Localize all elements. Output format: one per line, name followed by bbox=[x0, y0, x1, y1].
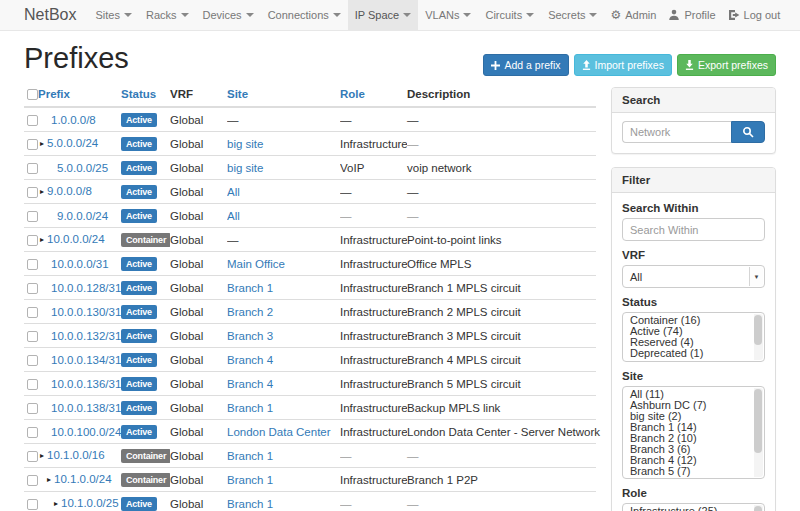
prefix-link[interactable]: 10.0.0.128/31 bbox=[51, 282, 121, 294]
row-checkbox[interactable] bbox=[27, 163, 38, 174]
status-listbox[interactable]: Container (16) Active (74) Reserved (4) … bbox=[622, 312, 765, 362]
prefix-link[interactable]: 10.0.100.0/24 bbox=[51, 426, 121, 438]
site-link[interactable]: big site bbox=[227, 138, 263, 150]
search-within-input[interactable] bbox=[622, 218, 765, 241]
column-header-role[interactable]: Role bbox=[340, 82, 407, 107]
nav-item-admin[interactable]: ⚙Admin bbox=[604, 0, 662, 30]
column-header-site[interactable]: Site bbox=[227, 82, 340, 107]
vrf-select[interactable]: All ▼ bbox=[622, 265, 765, 288]
nav-item-devices[interactable]: Devices bbox=[196, 0, 261, 30]
prefix-link[interactable]: 10.0.0.132/31 bbox=[51, 330, 121, 342]
row-checkbox[interactable] bbox=[27, 139, 38, 150]
site-option[interactable]: COLO-1-CA (0) bbox=[623, 477, 764, 479]
add-prefix-button[interactable]: Add a prefix bbox=[483, 54, 568, 76]
site-link[interactable]: Branch 1 bbox=[227, 474, 273, 486]
nav-item-connections[interactable]: Connections bbox=[261, 0, 348, 30]
row-checkbox[interactable] bbox=[27, 355, 38, 366]
status-option[interactable]: Reserved (4) bbox=[623, 337, 764, 348]
site-link[interactable]: Branch 2 bbox=[227, 306, 273, 318]
site-option[interactable]: big site (2) bbox=[623, 411, 764, 422]
scrollbar-track[interactable] bbox=[754, 388, 763, 477]
nav-item-sites[interactable]: Sites bbox=[88, 0, 138, 30]
row-checkbox[interactable] bbox=[27, 427, 38, 438]
row-checkbox[interactable] bbox=[27, 211, 38, 222]
prefix-link[interactable]: 9.0.0.0/24 bbox=[57, 210, 108, 222]
select-all-checkbox[interactable] bbox=[27, 89, 38, 100]
site-link[interactable]: Branch 1 bbox=[227, 402, 273, 414]
column-header-status[interactable]: Status bbox=[121, 82, 170, 107]
site-option[interactable]: All (11) bbox=[623, 389, 764, 400]
site-option[interactable]: Branch 5 (7) bbox=[623, 466, 764, 477]
prefix-link[interactable]: 10.0.0.138/31 bbox=[51, 402, 121, 414]
row-checkbox[interactable] bbox=[27, 475, 38, 486]
scrollbar-thumb[interactable] bbox=[754, 506, 762, 511]
prefix-link[interactable]: 10.0.0.0/31 bbox=[51, 258, 109, 270]
row-checkbox[interactable] bbox=[27, 379, 38, 390]
caret-down-icon bbox=[246, 13, 254, 17]
site-option[interactable]: Branch 1 (14) bbox=[623, 422, 764, 433]
row-checkbox[interactable] bbox=[27, 403, 38, 414]
prefix-link[interactable]: 10.0.0.0/24 bbox=[47, 233, 105, 245]
site-listbox[interactable]: All (11) Ashburn DC (7) big site (2) Bra… bbox=[622, 386, 765, 479]
status-option[interactable]: Deprecated (1) bbox=[623, 348, 764, 359]
nav-item-vlans[interactable]: VLANs bbox=[418, 0, 478, 30]
row-checkbox[interactable] bbox=[27, 499, 38, 510]
site-option[interactable]: Branch 2 (10) bbox=[623, 433, 764, 444]
site-link[interactable]: Branch 4 bbox=[227, 378, 273, 390]
prefix-link[interactable]: 10.1.0.0/25 bbox=[61, 497, 119, 509]
prefix-link[interactable]: 10.0.0.134/31 bbox=[51, 354, 121, 366]
status-option[interactable]: Container (16) bbox=[623, 315, 764, 326]
search-input[interactable] bbox=[622, 121, 731, 143]
prefix-link[interactable]: 9.0.0.0/8 bbox=[47, 185, 92, 197]
role-listbox[interactable]: Infrastructure (25) Management (8) Priva… bbox=[622, 503, 765, 511]
row-checkbox[interactable] bbox=[27, 283, 38, 294]
site-link[interactable]: London Data Center bbox=[227, 426, 331, 438]
site-option[interactable]: Branch 4 (12) bbox=[623, 455, 764, 466]
site-link[interactable]: Branch 1 bbox=[227, 282, 273, 294]
role-option[interactable]: Infrastructure (25) bbox=[623, 506, 764, 511]
site-link[interactable]: All bbox=[227, 210, 240, 222]
search-panel: Search bbox=[611, 87, 776, 154]
scrollbar-track[interactable] bbox=[754, 314, 763, 360]
prefix-link[interactable]: 1.0.0.0/8 bbox=[51, 114, 96, 126]
status-badge: Container bbox=[121, 233, 170, 247]
brand-link[interactable]: NetBox bbox=[24, 0, 76, 30]
site-link[interactable]: Branch 1 bbox=[227, 450, 273, 462]
site-link[interactable]: Branch 4 bbox=[227, 354, 273, 366]
nav-item-racks[interactable]: Racks bbox=[139, 0, 196, 30]
prefix-link[interactable]: 10.0.0.130/31 bbox=[51, 306, 121, 318]
site-link[interactable]: Main Office bbox=[227, 258, 285, 270]
nav-item-ip-space[interactable]: IP Space bbox=[348, 0, 418, 30]
row-checkbox[interactable] bbox=[27, 307, 38, 318]
prefix-link[interactable]: 10.0.0.136/31 bbox=[51, 378, 121, 390]
scrollbar-thumb[interactable] bbox=[754, 389, 762, 453]
prefix-link[interactable]: 10.1.0.0/16 bbox=[47, 449, 105, 461]
site-link[interactable]: All bbox=[227, 186, 240, 198]
prefix-link[interactable]: 5.0.0.0/25 bbox=[57, 162, 108, 174]
export-prefixes-button[interactable]: Export prefixes bbox=[677, 54, 776, 76]
nav-item-logout[interactable]: Log out bbox=[722, 0, 787, 30]
nav-item-profile[interactable]: Profile bbox=[662, 0, 721, 30]
nav-item-secrets[interactable]: Secrets bbox=[541, 0, 604, 30]
prefix-link[interactable]: 5.0.0.0/24 bbox=[47, 137, 98, 149]
row-checkbox[interactable] bbox=[27, 115, 38, 126]
site-link[interactable]: Branch 1 bbox=[227, 498, 273, 510]
site-link[interactable]: Branch 3 bbox=[227, 330, 273, 342]
site-option[interactable]: Branch 3 (6) bbox=[623, 444, 764, 455]
row-checkbox[interactable] bbox=[27, 235, 38, 246]
row-checkbox[interactable] bbox=[27, 331, 38, 342]
scrollbar-track[interactable] bbox=[754, 505, 763, 511]
search-button[interactable] bbox=[731, 121, 765, 143]
row-checkbox[interactable] bbox=[27, 451, 38, 462]
import-prefixes-button[interactable]: Import prefixes bbox=[574, 54, 672, 76]
prefix-link[interactable]: 10.1.0.0/24 bbox=[54, 473, 112, 485]
site-link[interactable]: big site bbox=[227, 162, 263, 174]
scrollbar-thumb[interactable] bbox=[754, 315, 762, 345]
row-checkbox[interactable] bbox=[27, 187, 38, 198]
nav-item-circuits[interactable]: Circuits bbox=[478, 0, 541, 30]
row-checkbox[interactable] bbox=[27, 259, 38, 270]
site-option[interactable]: Ashburn DC (7) bbox=[623, 400, 764, 411]
status-option[interactable]: Active (74) bbox=[623, 326, 764, 337]
table-header-row: Prefix Status VRF Site Role Description bbox=[24, 82, 596, 107]
column-header-prefix[interactable]: Prefix bbox=[38, 82, 121, 107]
